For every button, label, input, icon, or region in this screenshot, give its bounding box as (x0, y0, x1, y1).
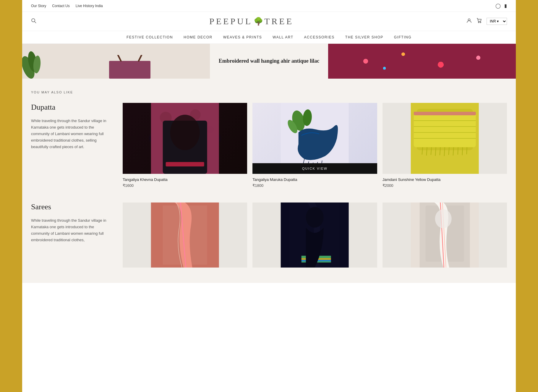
saree-dark-svg (252, 203, 377, 268)
svg-line-45 (462, 147, 462, 155)
nav-weaves-prints[interactable]: WEAVES & PRINTS (223, 35, 262, 39)
svg-point-63 (435, 209, 451, 228)
logo-wrap[interactable]: PEEPUL 🌳 TREE (36, 16, 466, 26)
sarees-grid-section: Sarees While traveling through the Sandu… (31, 203, 507, 271)
header: PEEPUL 🌳 TREE INR ▾ USD ▾ (22, 12, 516, 31)
nav-home-decor[interactable]: HOME DECOR (184, 35, 213, 39)
nav-accessories[interactable]: ACCESSORIES (304, 35, 335, 39)
product-image-1[interactable] (123, 103, 247, 174)
nav-contact-us[interactable]: Contact Us (52, 4, 69, 8)
product-img-khevna (123, 103, 247, 174)
saree-card-1[interactable]: QUICK VIEW (123, 203, 247, 271)
logo-text-left: PEEPUL (209, 16, 252, 26)
logo-text-right: TREE (264, 16, 294, 26)
svg-line-46 (466, 147, 467, 154)
product-card-2[interactable]: QUICK VIEW Tangaliya Maruka Dupatta ₹180… (252, 103, 377, 188)
hero-area: Embroidered wall hanging ahir antique li… (22, 44, 516, 79)
search-icon[interactable] (31, 18, 36, 25)
svg-rect-30 (414, 112, 476, 147)
facebook-icon[interactable]: ▮ (504, 3, 507, 9)
saree-pink-svg (123, 203, 247, 268)
sarees-section: Sarees While traveling through the Sandu… (22, 197, 516, 283)
you-may-also-like-section: YOU MAY ALSO LIKE Dupatta While travelin… (22, 79, 516, 197)
svg-rect-17 (166, 162, 204, 166)
header-left (31, 18, 36, 25)
hero-left-banner (22, 44, 210, 79)
embroidery-pattern (328, 44, 516, 79)
product-price-2: ₹1800 (252, 183, 377, 188)
nav-festive-collection[interactable]: FESTIVE COLLECTION (127, 35, 173, 39)
svg-rect-8 (109, 61, 150, 79)
svg-line-44 (458, 147, 458, 155)
saree-image-3[interactable]: QUICK VIEW (383, 203, 507, 268)
you-may-also-like-label: YOU MAY ALSO LIKE (31, 90, 507, 94)
hero-banner-title: Embroidered wall hanging ahir antique li… (219, 57, 320, 65)
account-icon[interactable] (466, 18, 472, 25)
sarees-section-text: While traveling through the Sandur villa… (31, 217, 108, 243)
nav-silver-shop[interactable]: THE SILVER SHOP (345, 35, 383, 39)
hero-right-banner (328, 44, 516, 79)
hero-center-banner[interactable]: Embroidered wall hanging ahir antique li… (210, 44, 328, 79)
dupatta-section-text: While traveling through the Sandur villa… (31, 118, 108, 150)
sarees-products-row: QUICK VIEW (123, 203, 507, 271)
saree-card-2[interactable]: QUICK VIEW (252, 203, 377, 271)
svg-point-15 (207, 126, 214, 133)
top-nav-left: Our Story Contact Us Live History India (31, 4, 103, 8)
product-price-1: ₹1600 (123, 183, 247, 188)
nav-live-history[interactable]: Live History India (76, 4, 103, 8)
product-card-1[interactable]: Tangaliya Khevna Dupatta ₹1600 (123, 103, 247, 188)
svg-rect-35 (414, 112, 476, 115)
sunshine-svg (383, 103, 507, 174)
saree-image-1[interactable]: QUICK VIEW (123, 203, 247, 268)
khevna-svg (123, 103, 247, 174)
svg-point-3 (478, 22, 479, 23)
instagram-icon[interactable]: ◯ (495, 3, 501, 9)
saree-card-3[interactable]: QUICK VIEW (383, 203, 507, 271)
plant-decoration (22, 44, 49, 79)
header-right: INR ▾ USD ▾ (466, 18, 507, 25)
product-img-sunshine (383, 103, 507, 174)
currency-selector[interactable]: INR ▾ USD ▾ (487, 18, 507, 25)
main-card: Our Story Contact Us Live History India … (22, 0, 516, 392)
dupatta-products-row: Tangaliya Khevna Dupatta ₹1600 (123, 103, 507, 188)
product-card-3[interactable]: QUICK VIEW Jamdani Sunshine Yellow Dupat… (383, 103, 507, 188)
product-name-1: Tangaliya Khevna Dupatta (123, 177, 247, 182)
nav-wall-art[interactable]: WALL ART (273, 35, 293, 39)
top-nav: Our Story Contact Us Live History India … (22, 0, 516, 12)
cart-icon[interactable] (477, 18, 482, 25)
dupatta-grid-section: Dupatta While traveling through the Sand… (31, 103, 507, 188)
quick-view-button-2[interactable]: QUICK VIEW (252, 163, 377, 174)
sarees-section-description: Sarees While traveling through the Sandu… (31, 203, 114, 271)
main-nav: FESTIVE COLLECTION HOME DECOR WEAVES & P… (22, 31, 516, 44)
sarees-section-title: Sarees (31, 203, 108, 211)
product-name-2: Tangaliya Maruka Dupatta (252, 177, 377, 182)
product-image-2[interactable]: QUICK VIEW (252, 103, 377, 174)
nav-gifting[interactable]: GIFTING (394, 35, 411, 39)
svg-point-0 (32, 19, 35, 22)
dupatta-section-description: Dupatta While traveling through the Sand… (31, 103, 114, 188)
saree-white-svg (383, 203, 507, 268)
tote-bag-image (106, 55, 153, 79)
dupatta-section-title: Dupatta (31, 103, 108, 112)
svg-point-4 (480, 22, 481, 23)
svg-point-18 (170, 115, 200, 150)
svg-line-10 (139, 55, 142, 61)
product-name-3: Jamdani Sunshine Yellow Dupatta (383, 177, 507, 182)
svg-point-57 (306, 207, 324, 228)
nav-our-story[interactable]: Our Story (31, 4, 46, 8)
svg-line-1 (35, 22, 36, 23)
product-price-3: ₹2000 (383, 183, 507, 188)
product-image-3[interactable]: QUICK VIEW (383, 103, 507, 174)
svg-line-9 (118, 55, 121, 61)
top-nav-right: ◯ ▮ (495, 3, 507, 9)
logo-tree-icon: 🌳 (254, 17, 263, 26)
saree-image-2[interactable]: QUICK VIEW (252, 203, 377, 268)
